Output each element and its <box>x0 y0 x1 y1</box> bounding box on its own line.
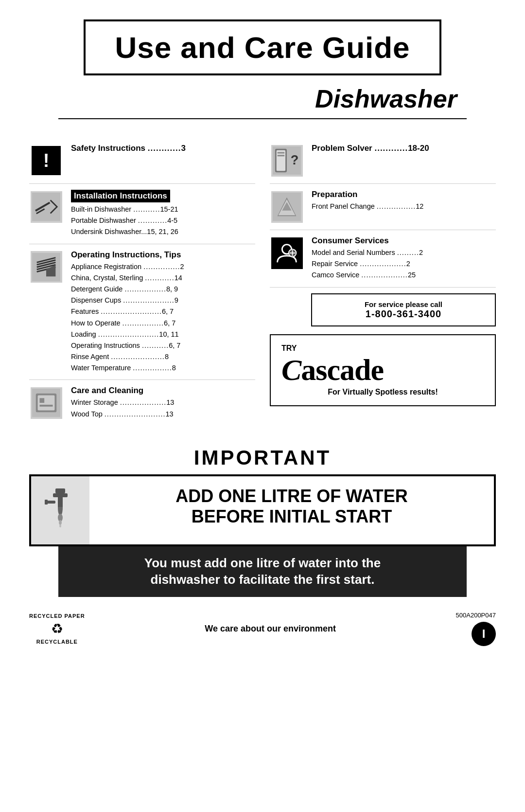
page-footer: RECYCLED PAPER ♻ RECYCLABLE We care abou… <box>0 602 525 656</box>
toc-text-care: Care and Cleaning Winter Storage .......… <box>71 386 255 419</box>
prep-icon <box>271 191 303 223</box>
cascade-tagline: For Virtually Spotless results! <box>281 388 484 397</box>
svg-rect-19 <box>278 152 285 154</box>
recycle-icon: ♻ <box>51 621 63 637</box>
recyclable-label: RECYCLABLE <box>36 639 78 645</box>
svg-rect-32 <box>53 493 68 497</box>
table-of-contents: ! Safety Instructions ............3 <box>29 144 496 432</box>
toc-care: Care and Cleaning Winter Storage .......… <box>29 386 255 426</box>
toc-icon-safety: ! <box>29 144 63 178</box>
footer-badge: I <box>472 622 496 646</box>
care-icon <box>31 387 62 419</box>
toc-icon-consumer <box>270 236 304 270</box>
toc-text-prep: Preparation Front Panel Change .........… <box>312 190 496 212</box>
part-number: 500A200P047 <box>456 612 496 619</box>
prep-svg <box>273 193 301 221</box>
service-label: For service please call <box>322 300 485 308</box>
safety-heading: Safety Instructions ............3 <box>71 144 255 153</box>
consumer-icon <box>271 237 303 269</box>
water-text: ADD ONE LITRE OF WATER BEFORE INITIAL ST… <box>89 476 494 544</box>
install-svg <box>32 193 60 221</box>
toc-icon-operating <box>29 250 63 284</box>
footer-right: 500A200P047 I <box>456 612 496 646</box>
svg-rect-15 <box>39 405 52 407</box>
consumer-svg <box>273 239 301 267</box>
toc-icon-care <box>29 386 63 420</box>
important-section: IMPORTANT ADD ONE LITRE OF WATER BEFORE … <box>29 446 496 597</box>
toc-text-problem: Problem Solver ............18-20 <box>312 144 496 155</box>
toc-consumer: Consumer Services Model and Serial Numbe… <box>270 236 496 288</box>
toc-safety: ! Safety Instructions ............3 <box>29 144 255 184</box>
toc-left: ! Safety Instructions ............3 <box>29 144 255 432</box>
svg-point-36 <box>59 524 61 527</box>
care-svg <box>32 389 60 417</box>
toc-text-install: Installation Instructions Built-in Dishw… <box>71 190 255 238</box>
subtitle: Dishwasher <box>29 84 496 113</box>
toc-preparation: Preparation Front Panel Change .........… <box>270 190 496 230</box>
toc-operating: Operating Instructions, Tips Appliance R… <box>29 250 255 380</box>
operating-heading: Operating Instructions, Tips <box>71 250 255 260</box>
cascade-box: TRY Cascade For Virtually Spotless resul… <box>270 334 496 406</box>
toc-installation: Installation Instructions Built-in Dishw… <box>29 190 255 244</box>
recycled-paper-label: RECYCLED PAPER <box>29 613 85 619</box>
svg-rect-38 <box>45 500 48 505</box>
operating-icon <box>31 251 62 283</box>
water-icon <box>31 476 89 544</box>
footer-center-text: We care about our environment <box>205 624 336 634</box>
water-box: ADD ONE LITRE OF WATER BEFORE INITIAL ST… <box>29 474 496 546</box>
cascade-brand: Cascade <box>281 355 484 385</box>
install-entries: Built-in Dishwasher ...........15-21 Por… <box>71 204 255 238</box>
svg-rect-33 <box>58 497 63 507</box>
svg-rect-31 <box>55 488 65 493</box>
service-box: For service please call 1-800-361-3400 <box>311 293 496 326</box>
water-subbox: You must add one litre of water into the… <box>58 546 467 597</box>
svg-rect-20 <box>278 155 285 156</box>
water-headline: ADD ONE LITRE OF WATER BEFORE INITIAL ST… <box>104 486 479 526</box>
toc-text-safety: Safety Instructions ............3 <box>71 144 255 155</box>
care-entries: Winter Storage ...................13 Woo… <box>71 397 255 419</box>
svg-point-35 <box>59 520 62 525</box>
warning-icon: ! <box>32 146 61 175</box>
page-header: Use and Care Guide Dishwasher <box>0 0 525 129</box>
toc-icon-install <box>29 190 63 224</box>
toc-text-consumer: Consumer Services Model and Serial Numbe… <box>312 236 496 281</box>
install-heading: Installation Instructions <box>71 190 170 202</box>
problem-svg: ? <box>273 146 301 175</box>
toc-icon-problem: ? <box>270 144 304 178</box>
service-number: 1-800-361-3400 <box>322 308 485 320</box>
toc-icon-prep <box>270 190 304 224</box>
cascade-try: TRY <box>281 344 484 353</box>
operating-svg <box>32 253 60 281</box>
title-box: Use and Care Guide <box>84 19 441 75</box>
water-subtext: You must add one litre of water into the… <box>68 555 457 588</box>
toc-problem: ? Problem Solver ............18-20 <box>270 144 496 184</box>
operating-entries: Appliance Registration ...............2 … <box>71 261 255 374</box>
consumer-entries: Model and Serial Numbers .........2 Repa… <box>312 247 496 281</box>
problem-icon: ? <box>271 145 303 177</box>
toc-right: ? Problem Solver ............18-20 <box>270 144 496 432</box>
problem-heading: Problem Solver ............18-20 <box>312 144 496 153</box>
important-title: IMPORTANT <box>29 446 496 469</box>
consumer-heading: Consumer Services <box>312 236 496 246</box>
prep-entries: Front Panel Change ................12 <box>312 201 496 212</box>
prep-heading: Preparation <box>312 190 496 199</box>
faucet-icon <box>41 486 80 535</box>
page-title: Use and Care Guide <box>115 30 410 65</box>
install-icon <box>31 191 62 223</box>
svg-text:?: ? <box>291 153 299 167</box>
care-heading: Care and Cleaning <box>71 386 255 396</box>
footer-recycled: RECYCLED PAPER ♻ RECYCLABLE <box>29 613 85 645</box>
svg-rect-14 <box>39 398 44 403</box>
header-divider <box>58 118 467 119</box>
toc-text-operating: Operating Instructions, Tips Appliance R… <box>71 250 255 374</box>
